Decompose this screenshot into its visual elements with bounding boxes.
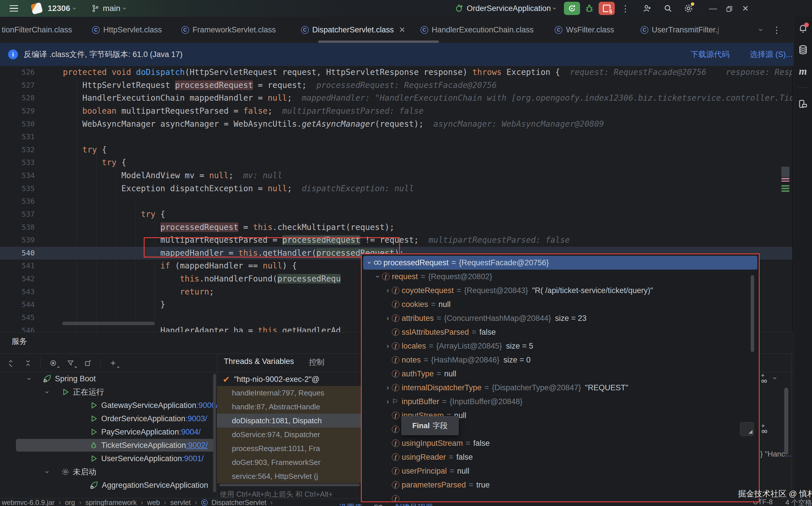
rerun-button[interactable]	[564, 2, 580, 15]
breadcrumb-item[interactable]: web	[147, 499, 160, 506]
line-number[interactable]: 532	[0, 144, 43, 157]
service-gatewayserviceapplication[interactable]: GatewayServiceApplication :9000/	[0, 399, 217, 412]
line-number[interactable]: 527	[0, 79, 43, 92]
filter-icon[interactable]	[64, 356, 77, 370]
device-mirror-icon[interactable]	[798, 99, 808, 109]
thread-selector[interactable]: ✔ "http-nio-9002-exec-2"@	[219, 372, 361, 386]
service-userserviceapplication[interactable]: UserServiceApplication :9001/	[0, 452, 217, 465]
breadcrumb-item[interactable]: webmvc-6.0.9.jar	[2, 499, 55, 506]
tab-frameworkservlet-class[interactable]: CFrameworkServlet.class	[174, 17, 283, 43]
variable-row-request[interactable]: ›frequest={Request@20802}	[362, 270, 759, 283]
add-watch-icon[interactable]: +oo	[761, 372, 767, 384]
resize-grip-icon[interactable]: ◢	[740, 422, 754, 436]
tab-dispatcherservlet-class[interactable]: CDispatcherServlet.class✕	[294, 17, 413, 43]
chevron-right-icon[interactable]: ›	[384, 398, 392, 406]
frames-scrollbar[interactable]	[219, 484, 360, 486]
add-service-icon[interactable]	[106, 356, 120, 370]
chevron-down-icon[interactable]: ›	[366, 259, 374, 267]
variable-row-usingInputStream[interactable]: fusingInputStream=false	[362, 436, 759, 450]
line-number[interactable]: 537	[0, 208, 43, 221]
run-configuration-name[interactable]: OrderServiceApplication	[467, 4, 551, 13]
service-port-link[interactable]: :9002/	[186, 441, 208, 450]
main-menu-icon[interactable]	[10, 3, 18, 14]
line-number[interactable]: 534	[0, 169, 43, 182]
debug-button[interactable]	[582, 2, 596, 15]
service--[interactable]: ›正在运行	[0, 386, 217, 399]
line-number[interactable]: 544	[0, 298, 43, 311]
tree-chevron-icon[interactable]: ›	[43, 388, 52, 396]
set-value-link[interactable]: 设置值	[339, 502, 362, 506]
tab-options-icon[interactable]: ⋮	[773, 25, 781, 35]
variable-row-parametersParsed[interactable]: fparametersParsed=true	[362, 478, 759, 492]
maven-icon[interactable]: m	[799, 66, 807, 76]
tab-scrollbar[interactable]	[318, 40, 439, 43]
stack-frame[interactable]: doService:974, Dispatcher	[217, 428, 361, 441]
run-config-chevron-icon[interactable]: ›	[551, 7, 559, 10]
breadcrumb[interactable]: webmvc-6.0.9.jar›org›springframework›web…	[2, 499, 273, 506]
line-number[interactable]: 533	[0, 156, 43, 169]
tab-tionfilterchain-class[interactable]: tionFilterChain.class	[0, 17, 80, 43]
service-spring-boot[interactable]: ›Spring Boot	[0, 372, 217, 386]
line-number[interactable]: 546	[0, 324, 43, 332]
window-restore-button[interactable]	[721, 4, 737, 13]
service-payserviceapplication[interactable]: PayServiceApplication :9004/	[0, 425, 217, 439]
breadcrumb-item[interactable]: org	[65, 499, 75, 506]
line-number[interactable]: 536	[0, 195, 43, 208]
variable-row-cookies[interactable]: fcookies=null	[362, 298, 759, 311]
service--[interactable]: ›未启动	[0, 465, 217, 479]
add-watch-icon[interactable]: +oo	[762, 423, 767, 434]
panel-chevron-icon[interactable]: ›	[772, 377, 779, 380]
settings-gear-icon[interactable]	[684, 3, 693, 13]
service-port-link[interactable]: :9003/	[185, 414, 207, 423]
service-ticketserviceapplication[interactable]: TicketServiceApplication :9002/	[0, 439, 217, 452]
service-port-link[interactable]: :9001/	[182, 454, 204, 463]
tab-usertransmitfilter-[interactable]: CUserTransmitFilter.j	[633, 17, 727, 43]
tab-console[interactable]: 控制	[309, 357, 324, 367]
variable-row-authType[interactable]: fauthType=null	[362, 367, 759, 381]
view-options-icon[interactable]	[46, 356, 60, 370]
line-number[interactable]: 528	[0, 92, 43, 105]
project-chevron-icon[interactable]: ›	[71, 7, 79, 10]
variables-scrollbar[interactable]	[784, 388, 788, 455]
project-name[interactable]: 12306	[48, 4, 70, 13]
stack-frame[interactable]: handle:87, AbstractHandle	[217, 400, 361, 414]
add-user-icon[interactable]	[642, 4, 652, 13]
chevron-right-icon[interactable]: ›	[384, 286, 392, 294]
popup-scrollbar[interactable]	[751, 275, 754, 352]
tab-threads-variables[interactable]: Threads & Variables	[224, 357, 294, 366]
line-number[interactable]: 543	[0, 285, 43, 299]
stop-button[interactable]: 5	[599, 2, 615, 15]
variable-row-notes[interactable]: fnotes={HashMap@20846}size = 0	[362, 353, 759, 367]
variable-row-userPrincipal[interactable]: fuserPrincipal=null	[362, 464, 759, 478]
branch-chevron-icon[interactable]: ›	[121, 7, 129, 10]
services-scrollbar[interactable]	[213, 374, 216, 492]
tab-handlerexecutionchain-class[interactable]: CHandlerExecutionChain.class	[413, 17, 541, 43]
variable-row-internalDispatcherType[interactable]: ›finternalDispatcherType={DispatcherType…	[362, 381, 759, 395]
line-number[interactable]: 545	[0, 311, 43, 324]
chevron-down-icon[interactable]: ›	[374, 272, 382, 281]
line-number[interactable]: 538	[0, 221, 43, 234]
breadcrumb-item[interactable]: servlet	[170, 499, 191, 506]
line-number[interactable]: 539	[0, 234, 43, 247]
service-port-link[interactable]: :9004/	[179, 428, 201, 437]
chevron-right-icon[interactable]: ›	[384, 314, 392, 322]
variable-row-attributes[interactable]: ›fattributes={ConcurrentHashMap@20844}si…	[362, 311, 759, 325]
line-number[interactable]: 541	[0, 259, 43, 272]
chevron-right-icon[interactable]: ›	[384, 342, 392, 350]
chevron-right-icon[interactable]: ›	[384, 384, 392, 392]
tab-httpservlet-class[interactable]: CHttpServlet.class	[84, 17, 170, 43]
variable-row[interactable]: f	[362, 492, 759, 502]
stack-frame[interactable]: doGet:903, FrameworkSer	[217, 455, 361, 469]
window-close-button[interactable]: ✕	[737, 4, 753, 13]
line-number[interactable]: 542	[0, 272, 43, 285]
search-icon[interactable]	[664, 4, 673, 13]
variable-row-coyoteRequest[interactable]: ›fcoyoteRequest={Request@20843}"R( /api/…	[362, 283, 759, 298]
choose-sources-link[interactable]: 选择源 (S)...	[750, 49, 792, 60]
line-number[interactable]: 526	[0, 66, 43, 79]
tree-chevron-icon[interactable]: ›	[25, 375, 34, 383]
tab-wsfilter-class[interactable]: CWsFilter.class	[547, 17, 622, 43]
breadcrumb-item[interactable]: springframework	[85, 499, 136, 506]
error-stripe-thumb[interactable]	[781, 167, 790, 177]
more-actions-icon[interactable]: ⋮	[621, 3, 630, 14]
breadcrumb-item[interactable]: DispatcherServlet	[212, 499, 266, 506]
